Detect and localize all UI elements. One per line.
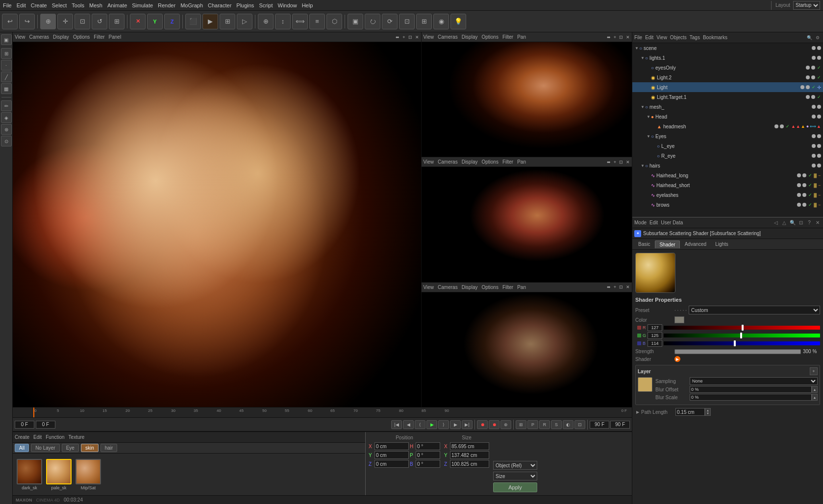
pla-btn[interactable]: ⊡ [574, 420, 585, 429]
obj-row-hairhead-long[interactable]: ∿ Hairhead_long ✓ ▓ → [632, 170, 823, 180]
obj-row-head[interactable]: ▼ ● Head [632, 112, 823, 121]
obj-expand-hairs[interactable]: ▼ [640, 163, 645, 168]
obj-row-headmesh[interactable]: ▲ headmesh ✓ ▲ ▲ ▲ ● ⟺ ▲ [632, 121, 823, 131]
obj-row-eyesonly[interactable]: ○ eyesOnly ✓ [632, 63, 823, 72]
current-frame-input[interactable] [36, 421, 55, 429]
obj-mode-btn[interactable]: ⬛ [185, 14, 201, 29]
obj-expand-head[interactable]: ▼ [646, 114, 651, 119]
am-magnify-icon[interactable]: 🔍 [789, 219, 796, 226]
mr-vp-cameras-btn[interactable]: Cameras [438, 159, 458, 165]
tr-vp-pan-btn[interactable]: Pan [517, 34, 526, 40]
tr-vp-plus[interactable]: + [614, 35, 616, 40]
bp-function-btn[interactable]: Function [46, 434, 64, 440]
obj-row-lighttarget[interactable]: ◉ Light.Target.1 ✓ [632, 92, 823, 102]
mirror-btn[interactable]: ⟺ [292, 14, 308, 29]
obj-row-leye[interactable]: ○ L_eye [632, 141, 823, 151]
loop-btn[interactable]: ⭮ [365, 14, 380, 29]
om-settings-icon[interactable]: ⚙ [814, 34, 821, 41]
mode-poly-btn[interactable]: ▦ [1, 83, 12, 94]
tr-vp-view-btn[interactable]: View [424, 34, 434, 40]
obj-row-hairhead-short[interactable]: ∿ Hairhead_short ✓ ▓ → [632, 180, 823, 190]
om-file-btn[interactable]: File [634, 35, 642, 40]
bp-edit-btn[interactable]: Edit [33, 434, 42, 440]
bp-create-btn[interactable]: Create [15, 434, 29, 440]
menu-animate[interactable]: Animate [107, 2, 127, 8]
br-vp-pan-btn[interactable]: Pan [517, 285, 526, 290]
go-end-btn[interactable]: ▶| [462, 420, 473, 429]
sculpt-btn[interactable]: ◈ [1, 112, 12, 123]
br-vp-fullscreen[interactable]: ⊡ [619, 285, 623, 289]
vp-fullscreen[interactable]: ⊡ [408, 35, 412, 40]
br-vp-display-btn[interactable]: Display [462, 285, 478, 290]
am-expand-icon[interactable]: ✕ [814, 219, 821, 226]
tab-lights[interactable]: Lights [711, 240, 732, 248]
preset-select[interactable]: Custom [689, 306, 820, 314]
vp-options-btn[interactable]: Options [73, 34, 90, 40]
blur-offset-spin[interactable]: ▲ [812, 386, 818, 393]
blur-scale-input[interactable] [690, 394, 812, 401]
next-key-btn[interactable]: ⟩ [438, 420, 449, 429]
color-swatch[interactable] [674, 316, 684, 323]
split-btn[interactable]: ⊡ [399, 14, 415, 29]
mode-component-btn[interactable]: ⊞ [1, 48, 12, 59]
size-y-input[interactable] [450, 451, 489, 459]
z-axis-btn[interactable]: Z [164, 14, 180, 29]
size-x-input[interactable] [450, 442, 489, 450]
obj-row-eyelashes[interactable]: ∿ eyelashes ✓ ▓ → [632, 190, 823, 200]
filter-skin-btn[interactable]: skin [81, 444, 99, 452]
obj-row-eyes[interactable]: ▼ ○ Eyes [632, 131, 823, 141]
om-view-btn[interactable]: View [656, 35, 667, 40]
color-r-input[interactable] [648, 324, 662, 331]
br-vp-cameras-btn[interactable]: Cameras [438, 285, 458, 290]
material-dark-sk[interactable]: dark_sk [17, 459, 42, 490]
lightbulb-btn[interactable]: 💡 [450, 14, 466, 29]
om-tags-btn[interactable]: Tags [690, 35, 700, 40]
menu-create[interactable]: Create [31, 2, 47, 8]
path-length-spin[interactable]: ▲ ▼ [705, 408, 711, 416]
tr-viewport[interactable] [422, 42, 632, 157]
mr-vp-options-btn[interactable]: Options [481, 159, 498, 165]
filter-eye-btn[interactable]: Eye [62, 444, 79, 452]
coord-size-select[interactable]: Size [493, 472, 537, 480]
paint-btn[interactable]: ✏ [1, 100, 12, 111]
arrange-btn[interactable]: ≡ [309, 14, 325, 29]
om-edit-btn[interactable]: Edit [645, 35, 653, 40]
menu-tools[interactable]: Tools [72, 2, 84, 8]
prev-key-btn[interactable]: ⟨ [415, 420, 425, 429]
pos-z-input[interactable] [374, 460, 409, 468]
am-userdata-btn[interactable]: User Data [661, 220, 683, 225]
mr-vp-close[interactable]: ✕ [626, 160, 630, 165]
pos-p-input[interactable] [416, 451, 440, 459]
filter-nolayer-btn[interactable]: No Layer [31, 444, 60, 452]
tr-vp-display-btn[interactable]: Display [462, 34, 478, 40]
start-frame-input[interactable] [15, 421, 34, 429]
tr-vp-filter-btn[interactable]: Filter [502, 34, 513, 40]
workplane-btn[interactable]: ↕ [275, 14, 291, 29]
vp-view-btn[interactable]: View [15, 34, 25, 40]
layer-add-btn[interactable]: + [810, 367, 818, 375]
main-viewport[interactable] [13, 42, 421, 407]
tab-basic[interactable]: Basic [634, 240, 654, 248]
snap-btn[interactable]: ⊕ [258, 14, 274, 29]
scale-tool-btn[interactable]: ⊡ [75, 14, 90, 29]
render-region-btn[interactable]: ⊞ [220, 14, 235, 29]
record-btn[interactable]: ⏺ [477, 420, 488, 429]
motion-btn[interactable]: ⊛ [1, 124, 12, 135]
render-active-btn[interactable]: ▷ [237, 14, 252, 29]
obj-row-lights1[interactable]: ▼ ○ lights.1 [632, 53, 823, 63]
mr-vp-plus[interactable]: + [614, 160, 616, 165]
coord-mode-select[interactable]: Object (Rel) [493, 461, 537, 470]
br-vp-close[interactable]: ✕ [626, 285, 630, 289]
obj-expand-mesh[interactable]: ▼ [640, 104, 645, 109]
prev-frame-btn[interactable]: ◀ [403, 420, 414, 429]
menu-character[interactable]: Character [208, 2, 231, 8]
mr-vp-filter-btn[interactable]: Filter [502, 159, 513, 165]
bp-texture-btn[interactable]: Texture [69, 434, 85, 440]
mr-vp-pan-btn[interactable]: Pan [517, 159, 526, 165]
menu-file[interactable]: File [3, 2, 12, 8]
am-copy-icon[interactable]: ⊡ [798, 219, 804, 226]
scl-btn[interactable]: S [551, 420, 562, 429]
icon-14[interactable]: ⊞ [416, 14, 432, 29]
menu-help[interactable]: Help [302, 2, 313, 8]
om-search-icon[interactable]: 🔍 [806, 34, 813, 41]
